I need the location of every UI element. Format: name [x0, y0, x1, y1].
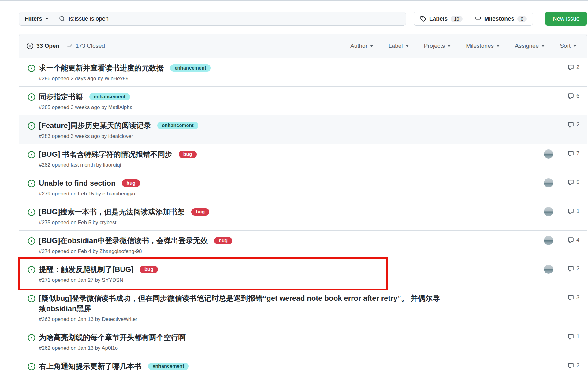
- issue-label[interactable]: enhancement: [148, 363, 189, 370]
- milestones-filter-dropdown[interactable]: Milestones: [466, 43, 500, 49]
- filters-button[interactable]: Filters: [19, 12, 54, 25]
- comment-icon: [568, 151, 574, 157]
- issue-label[interactable]: bug: [179, 151, 197, 158]
- issue-row-main: [BUG]在obsidian中登录微信读书，会弹出登录无效 bug #274 o…: [39, 235, 446, 254]
- issue-label[interactable]: bug: [122, 179, 140, 187]
- open-issues-toggle[interactable]: 33 Open: [27, 43, 59, 49]
- issue-row-main: 求一个能更新并查看读书进度的元数据 enhancement #286 opene…: [39, 63, 446, 82]
- issue-title-link[interactable]: [BUG]在obsidian中登录微信读书，会弹出登录无效: [39, 236, 208, 245]
- issue-row-main: [BUG]搜索一本书，但是无法阅读或添加书架 bug #275 opened o…: [39, 207, 446, 226]
- comment-button[interactable]: 7: [568, 150, 579, 157]
- caret-down-icon: [370, 45, 373, 47]
- milestone-icon: [475, 16, 481, 22]
- avatar[interactable]: [544, 149, 553, 159]
- open-issue-icon: [28, 122, 35, 130]
- search-input[interactable]: [69, 15, 401, 22]
- issue-row: [BUG]搜索一本书，但是无法阅读或添加书架 bug #275 opened o…: [19, 202, 587, 231]
- author-filter-dropdown[interactable]: Author: [350, 43, 373, 49]
- issue-title-line: [疑似bug]登录微信读书成功，但在同步微信读书笔记时总是遇到报错“get we…: [39, 293, 446, 314]
- issue-title-link[interactable]: 求一个能更新并查看读书进度的元数据: [39, 64, 164, 72]
- labels-count-badge: 10: [451, 16, 463, 22]
- comment-button[interactable]: 2: [568, 122, 579, 128]
- new-issue-button[interactable]: New issue: [545, 12, 587, 26]
- issue-title-link[interactable]: Unable to find section: [39, 179, 116, 187]
- issue-title-link[interactable]: [BUG]搜索一本书，但是无法阅读或添加书架: [39, 208, 185, 216]
- issue-row: 右上角通知提示更新了哪几本书 enhancement 2: [19, 356, 587, 373]
- open-issue-icon: [28, 237, 35, 245]
- projects-filter-dropdown[interactable]: Projects: [424, 43, 451, 49]
- milestones-button[interactable]: Milestones 0: [469, 12, 533, 25]
- comment-button[interactable]: 2: [568, 64, 579, 70]
- comment-count: 1: [576, 208, 579, 214]
- projects-filter-label: Projects: [424, 43, 445, 49]
- comment-button[interactable]: 5: [568, 179, 579, 186]
- comment-count: 1: [576, 333, 579, 340]
- issue-title-link[interactable]: [疑似bug]登录微信读书成功，但在同步微信读书笔记时总是遇到报错“get we…: [39, 294, 440, 313]
- issue-row-main: [疑似bug]登录微信读书成功，但在同步微信读书笔记时总是遇到报错“get we…: [39, 293, 446, 322]
- search-icon: [59, 16, 65, 22]
- caret-down-icon: [448, 45, 451, 47]
- issue-row: 求一个能更新并查看读书进度的元数据 enhancement #286 opene…: [19, 58, 587, 87]
- closed-issues-toggle[interactable]: 173 Closed: [67, 43, 105, 49]
- issue-title-link[interactable]: 同步指定书籍: [39, 92, 83, 101]
- comment-button[interactable]: 1: [568, 333, 579, 340]
- issues-list-header: 33 Open 173 Closed Author Label Projects…: [19, 34, 587, 58]
- comment-count: 4: [576, 237, 579, 243]
- issue-label[interactable]: bug: [191, 208, 209, 216]
- comment-button[interactable]: 2: [568, 362, 579, 369]
- issue-label[interactable]: enhancement: [157, 122, 198, 129]
- check-icon: [67, 43, 73, 49]
- issue-title-link[interactable]: 右上角通知提示更新了哪几本书: [39, 362, 142, 370]
- open-issue-icon: [28, 151, 35, 158]
- comment-icon: [568, 295, 574, 301]
- label-filter-dropdown[interactable]: Label: [389, 43, 409, 49]
- issue-label[interactable]: bug: [140, 266, 158, 273]
- open-issue-icon: [28, 65, 35, 72]
- open-issue-icon: [28, 266, 35, 273]
- avatar[interactable]: [544, 236, 553, 245]
- milestones-filter-label: Milestones: [466, 43, 494, 49]
- issue-title-link[interactable]: 为啥高亮划线的每个章节开头都有两个空行啊: [39, 333, 186, 341]
- comment-count: 2: [576, 362, 579, 369]
- avatar[interactable]: [544, 207, 553, 216]
- issue-title-line: [BUG] 书名含特殊字符的情况报错不同步 bug: [39, 149, 446, 160]
- issue-meta: #282 opened last month by liaoruiqi: [39, 162, 446, 168]
- issue-meta: #279 opened on Feb 15 by ethanchengyu: [39, 190, 446, 197]
- issue-label[interactable]: enhancement: [89, 93, 130, 100]
- issue-title-line: 同步指定书籍 enhancement: [39, 92, 446, 102]
- assignee-filter-dropdown[interactable]: Assignee: [515, 43, 545, 49]
- issue-title-line: 右上角通知提示更新了哪几本书 enhancement: [39, 361, 446, 371]
- open-issue-icon: [28, 334, 35, 341]
- avatar[interactable]: [544, 265, 553, 274]
- issue-title-link[interactable]: [BUG] 书名含特殊字符的情况报错不同步: [39, 150, 172, 158]
- avatar[interactable]: [544, 178, 553, 187]
- issues-list: 求一个能更新并查看读书进度的元数据 enhancement #286 opene…: [19, 58, 587, 373]
- open-issue-icon: [27, 43, 33, 49]
- issue-row: [BUG] 书名含特殊字符的情况报错不同步 bug #282 opened la…: [19, 144, 587, 173]
- comment-count: 2: [576, 266, 579, 272]
- issue-row-main: 提醒：触发反爬机制了[BUG] bug #271 opened on Jan 2…: [39, 264, 446, 283]
- issue-title-link[interactable]: 提醒：触发反爬机制了[BUG]: [39, 265, 133, 273]
- issue-title-link[interactable]: [Feature]同步历史某天的阅读记录: [39, 121, 151, 130]
- issue-meta: #263 opened on Jan 13 by DetectiveWriter: [39, 316, 446, 322]
- comment-icon: [568, 334, 574, 340]
- comment-button[interactable]: 1: [568, 208, 579, 214]
- issue-row: 提醒：触发反爬机制了[BUG] bug #271 opened on Jan 2…: [19, 259, 587, 288]
- comment-button[interactable]: 2: [568, 266, 579, 272]
- issue-label[interactable]: enhancement: [170, 64, 211, 72]
- comment-button[interactable]: 3: [568, 294, 579, 301]
- comment-button[interactable]: 6: [568, 93, 579, 99]
- issue-row: [Feature]同步历史某天的阅读记录 enhancement #283 op…: [19, 115, 587, 144]
- comment-icon: [568, 179, 574, 186]
- issue-row: Unable to find section bug #279 opened o…: [19, 173, 587, 202]
- issue-row: [疑似bug]登录微信读书成功，但在同步微信读书笔记时总是遇到报错“get we…: [19, 288, 587, 327]
- comment-button[interactable]: 4: [568, 237, 579, 243]
- comment-icon: [568, 64, 574, 70]
- issue-label[interactable]: bug: [214, 237, 232, 244]
- comment-icon: [568, 93, 574, 99]
- labels-button[interactable]: Labels 10: [414, 12, 469, 25]
- labels-milestones-group: Labels 10 Milestones 0: [414, 12, 533, 26]
- comment-icon: [568, 363, 574, 369]
- sort-filter-dropdown[interactable]: Sort: [560, 43, 576, 49]
- list-filter-bar: Author Label Projects Milestones Assigne…: [350, 43, 579, 49]
